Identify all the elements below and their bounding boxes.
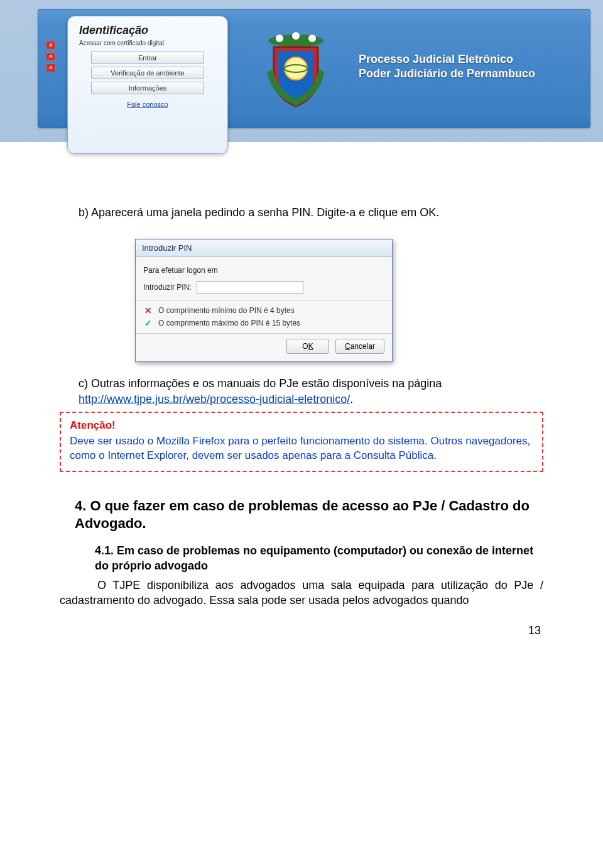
entrar-button[interactable]: Entrar [91,52,204,64]
coat-of-arms-icon [258,30,334,118]
x-icon: ✕ [143,305,153,316]
subsection-4-1-heading: 4.1. Em caso de problemas no equipamento… [95,543,543,574]
pin-dialog: Introduzir PIN Para efetuar logon em Int… [135,239,393,362]
rule-min: ✕ O comprimento mínimo do PIN é 4 bytes [143,305,384,316]
app-banner: A A A Identificação Acessar com certific… [38,9,590,128]
paragraph-c: c) Outras informações e os manuais do PJ… [79,376,543,407]
section-4-heading: 4. O que fazer em caso de problemas de a… [75,497,543,533]
attention-body: Deve ser usado o Mozilla Firefox para o … [70,434,533,463]
pin-input[interactable] [197,281,303,294]
banner-text: Processo Judicial Eletrônico Poder Judic… [359,52,535,82]
verificacao-button[interactable]: Verificação de ambiente [91,67,204,79]
login-panel: Identificação Acessar com certificado di… [67,16,228,154]
subsection-4-1-body: O TJPE disponibiliza aos advogados uma s… [60,578,543,608]
banner-line2: Poder Judiciário de Pernambuco [359,67,535,81]
ok-button[interactable]: OK [286,339,329,354]
palette-icons: A A A [46,41,56,72]
paragraph-b: b) Aparecerá uma janela pedindo a senha … [79,205,543,220]
banner-screenshot: A A A Identificação Acessar com certific… [0,0,603,142]
login-subtitle: Acessar com certificado digital [79,40,219,47]
pje-link[interactable]: http://www.tjpe.jus.br/web/processo-judi… [79,393,350,405]
check-icon: ✓ [143,318,153,328]
palette-icon: A [46,52,56,61]
svg-point-2 [292,32,300,40]
svg-point-1 [276,35,283,42]
attention-title: Atenção! [70,419,533,432]
page-number: 13 [60,624,543,637]
informacoes-button[interactable]: Informações [91,82,204,94]
dialog-separator [136,300,392,300]
fale-conosco-link[interactable]: Fale conosco [127,101,168,108]
dialog-separator [136,333,392,334]
banner-line1: Processo Judicial Eletrônico [359,52,535,67]
login-title: Identificação [79,24,219,37]
rule-max: ✓ O comprimento máximo do PIN é 15 bytes [143,318,384,328]
cancel-button[interactable]: Cancelar [335,339,384,354]
attention-box: Atenção! Deve ser usado o Mozilla Firefo… [60,412,543,472]
palette-icon: A [46,41,56,50]
svg-point-3 [308,35,316,42]
dialog-logon-label: Para efetuar logon em [143,266,384,275]
pin-label: Introduzir PIN: [143,283,192,292]
document-body: b) Aparecerá uma janela pedindo a senha … [0,142,603,656]
svg-point-4 [285,57,307,80]
palette-icon: A [46,63,56,72]
dialog-title: Introduzir PIN [136,239,392,257]
